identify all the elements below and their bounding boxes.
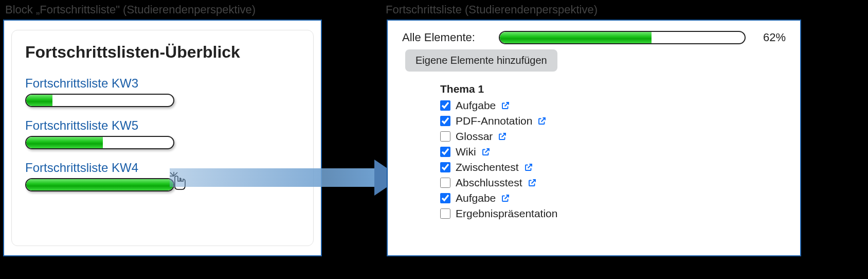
progress-link-kw5[interactable]: Fortschrittsliste KW5 — [25, 118, 138, 133]
item-checkbox[interactable] — [440, 162, 450, 172]
checklist-item: Aufgabe — [440, 99, 786, 112]
external-link-icon[interactable] — [498, 132, 507, 141]
right-caption: Fortschrittsliste (Studierendenperspekti… — [386, 3, 598, 16]
left-caption: Block „Fortschrittsliste" (Studierendenp… — [5, 3, 256, 16]
item-label: Glossar — [456, 130, 493, 143]
checklist-item: Glossar — [440, 130, 786, 143]
checklist-item: Aufgabe — [440, 192, 786, 204]
topic-section: Thema 1 AufgabePDF-AnnotationGlossarWiki… — [440, 83, 786, 220]
item-checkbox[interactable] — [440, 178, 450, 188]
progress-fill — [26, 179, 173, 190]
item-checkbox[interactable] — [440, 147, 450, 157]
item-checkbox[interactable] — [440, 131, 450, 142]
item-checkbox[interactable] — [440, 100, 450, 111]
overall-progress-fill — [500, 32, 652, 43]
detail-panel: Alle Elemente: 62% Eigene Elemente hinzu… — [387, 20, 801, 256]
external-link-icon[interactable] — [537, 116, 547, 126]
item-label: Wiki — [456, 146, 476, 158]
external-link-icon[interactable] — [501, 101, 510, 110]
item-label: PDF-Annotation — [456, 115, 532, 127]
checklist-item: Ergebnispräsentation — [440, 207, 786, 220]
item-checkbox[interactable] — [440, 208, 450, 219]
progress-bar — [25, 136, 174, 149]
item-label: Abschlusstest — [456, 177, 522, 189]
external-link-icon[interactable] — [501, 194, 510, 203]
overall-percent: 62% — [760, 31, 786, 44]
item-checkbox[interactable] — [440, 193, 450, 203]
checklist-item: PDF-Annotation — [440, 115, 786, 127]
checklist-item: Zwischentest — [440, 161, 786, 173]
item-label: Zwischentest — [456, 161, 519, 173]
overview-panel: Fortschrittslisten-Überblick Fortschritt… — [3, 20, 322, 256]
overall-progress-bar — [499, 31, 746, 44]
overview-card: Fortschrittslisten-Überblick Fortschritt… — [11, 30, 314, 246]
progress-item: Fortschrittsliste KW5 — [25, 118, 300, 149]
overview-title: Fortschrittslisten-Überblick — [25, 43, 300, 62]
progress-bar — [25, 94, 174, 107]
item-label: Ergebnispräsentation — [456, 207, 557, 220]
progress-fill — [26, 137, 103, 148]
checklist-item: Abschlusstest — [440, 177, 786, 189]
add-own-elements-button[interactable]: Eigene Elemente hinzufügen — [405, 49, 557, 72]
flow-arrow — [170, 161, 401, 195]
topic-title: Thema 1 — [440, 83, 786, 95]
progress-fill — [26, 95, 52, 106]
progress-item: Fortschrittsliste KW3 — [25, 76, 300, 107]
item-checkbox[interactable] — [440, 116, 450, 126]
external-link-icon[interactable] — [481, 147, 491, 156]
item-label: Aufgabe — [456, 192, 496, 204]
progress-link-kw4[interactable]: Fortschrittsliste KW4 — [25, 161, 138, 175]
checklist-item: Wiki — [440, 146, 786, 158]
overall-progress-row: Alle Elemente: 62% — [402, 31, 786, 44]
progress-link-kw3[interactable]: Fortschrittsliste KW3 — [25, 76, 138, 91]
external-link-icon[interactable] — [524, 163, 533, 172]
all-elements-label: Alle Elemente: — [402, 31, 484, 44]
progress-bar — [25, 178, 174, 191]
external-link-icon[interactable] — [528, 178, 537, 187]
item-label: Aufgabe — [456, 99, 496, 112]
